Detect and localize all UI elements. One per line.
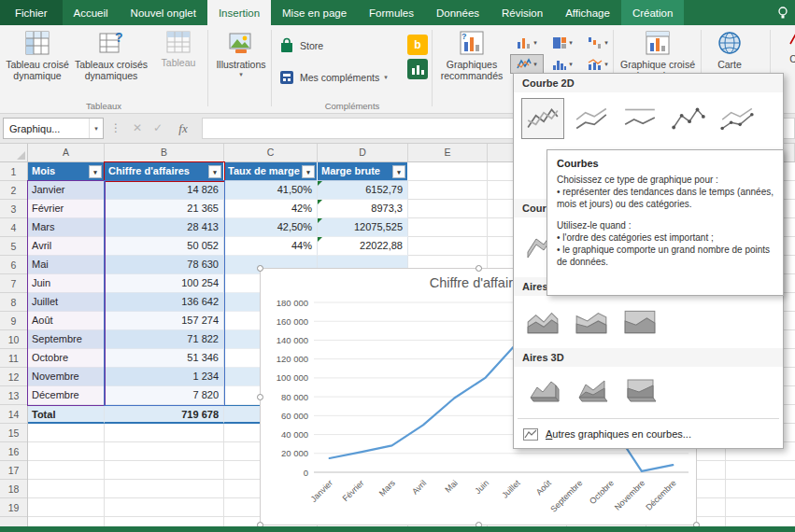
row-header[interactable]: 9	[0, 312, 27, 330]
insert-line-chart-button[interactable]: ▾	[510, 54, 544, 74]
row-header[interactable]: 8	[0, 293, 27, 312]
my-addins-button[interactable]: Mes compléments ▾	[278, 66, 388, 89]
row-header[interactable]: 7	[0, 274, 27, 293]
row-header[interactable]: 17	[0, 461, 27, 480]
cell-revenue[interactable]: 50 052	[105, 237, 224, 256]
cell-a1[interactable]: Mois▾	[28, 162, 105, 181]
cell-month[interactable]: Mars	[28, 218, 105, 237]
chart-resize-handle[interactable]	[257, 394, 263, 400]
row-header[interactable]: 11	[0, 349, 27, 368]
cell-month[interactable]: Août	[28, 312, 105, 330]
store-button[interactable]: Store	[278, 35, 323, 57]
row-header[interactable]: 6	[0, 256, 27, 274]
cell-revenue[interactable]: 21 365	[105, 200, 224, 218]
row-header[interactable]: 10	[0, 330, 27, 349]
cell-month[interactable]: Octobre	[28, 349, 105, 368]
row-header[interactable]: 4	[0, 218, 27, 237]
cell-month[interactable]: Février	[28, 200, 105, 218]
table-button[interactable]: Tableau	[151, 28, 206, 68]
row-header[interactable]: 3	[0, 200, 27, 218]
cell-c1[interactable]: Taux de marge▾	[224, 162, 318, 181]
chart-resize-handle[interactable]	[257, 265, 263, 272]
cell-month[interactable]: Juillet	[28, 293, 105, 312]
row-header[interactable]: 14	[0, 405, 27, 424]
cell-revenue[interactable]: 136 642	[105, 293, 224, 312]
gallery-item-aires-3d-100[interactable]	[618, 371, 661, 410]
tab-mise-en-page[interactable]: Mise en page	[271, 0, 358, 25]
select-all-corner[interactable]	[0, 144, 28, 161]
cell-revenue[interactable]: 14 826	[105, 181, 224, 200]
cell-month[interactable]: Novembre	[28, 368, 105, 386]
people-graph-addin-icon[interactable]	[407, 59, 428, 79]
row-header[interactable]: 15	[0, 424, 27, 442]
cell-month[interactable]: Avril	[28, 237, 105, 256]
tab-accueil[interactable]: Accueil	[63, 0, 120, 25]
tab-creation[interactable]: Création	[621, 0, 684, 25]
gallery-item-courbe-100-empilee[interactable]	[618, 98, 661, 139]
cell-gross-margin[interactable]: 22022,88	[318, 237, 408, 256]
cell-revenue[interactable]: 71 822	[105, 330, 224, 349]
cell-gross-margin[interactable]: 12075,525	[318, 218, 408, 237]
pivot-table-button[interactable]: Tableau croisé dynamique	[4, 28, 71, 81]
name-box[interactable]: Graphiqu... ▾	[3, 118, 104, 139]
gallery-item-courbe[interactable]	[521, 98, 564, 139]
cell-revenue[interactable]: 51 346	[105, 349, 224, 368]
gallery-item-aires-3d[interactable]	[521, 371, 564, 410]
gallery-item-courbe-empilee[interactable]	[570, 98, 613, 139]
illustrations-button[interactable]: Illustrations ▾	[213, 28, 269, 78]
row-header[interactable]: 16	[0, 442, 27, 461]
insert-waterfall-chart-button[interactable]: ▾	[581, 33, 615, 52]
tab-formules[interactable]: Formules	[358, 0, 425, 25]
cell-b1[interactable]: Chiffre d'affaires▾	[105, 162, 224, 181]
gallery-item-aires-3d-empilees[interactable]	[570, 371, 613, 410]
cell-margin-rate[interactable]: 42,50%	[224, 218, 318, 237]
cell-total-value[interactable]: 719 678	[105, 405, 224, 424]
cell-gross-margin[interactable]: 6152,79	[318, 181, 408, 200]
column-header-c[interactable]: C	[224, 144, 318, 161]
cell-revenue[interactable]: 28 413	[105, 218, 224, 237]
cancel-icon[interactable]: ✕	[129, 119, 146, 138]
row-header[interactable]: 12	[0, 368, 27, 386]
cell-revenue[interactable]: 7 820	[105, 386, 224, 405]
sparkline-group-partial[interactable]: Cou	[775, 28, 795, 64]
cell-revenue[interactable]: 100 254	[105, 274, 224, 293]
insert-column-chart-button[interactable]: ▾	[510, 33, 544, 52]
bing-maps-addin-icon[interactable]: b	[407, 35, 428, 55]
column-header-d[interactable]: D	[318, 144, 408, 161]
cell-revenue[interactable]: 157 274	[105, 312, 224, 330]
cell-margin-rate[interactable]: 42%	[224, 200, 318, 218]
gallery-item-courbe-empilee-avec-marques[interactable]	[716, 98, 759, 139]
filter-dropdown-icon[interactable]: ▾	[302, 165, 315, 178]
tab-insertion[interactable]: Insertion	[207, 0, 271, 25]
tell-me-lightbulb-icon[interactable]	[774, 0, 791, 25]
gallery-item-aires[interactable]	[521, 301, 564, 343]
row-header[interactable]: 1	[0, 162, 27, 181]
cell-month[interactable]: Septembre	[28, 330, 105, 349]
cell-month[interactable]: Mai	[28, 256, 105, 274]
cell-revenue[interactable]: 1 234	[105, 368, 224, 386]
cell-margin-rate[interactable]: 44%	[224, 237, 318, 256]
cell-d1[interactable]: Marge brute▾	[318, 162, 408, 181]
filter-dropdown-icon[interactable]: ▾	[208, 165, 221, 178]
filter-dropdown-icon[interactable]: ▾	[89, 165, 102, 178]
gallery-item-aires-100-empilees[interactable]	[618, 301, 661, 343]
cell-margin-rate[interactable]: 41,50%	[224, 181, 318, 200]
chevron-down-icon[interactable]: ▾	[89, 119, 103, 138]
more-line-charts-menu-item[interactable]: Autres graphiques en courbes...	[514, 423, 783, 445]
tab-affichage[interactable]: Affichage	[554, 0, 621, 25]
tab-nouvel-onglet[interactable]: Nouvel onglet	[120, 0, 207, 25]
insert-combo-chart-button[interactable]: ▾	[581, 54, 615, 74]
filter-dropdown-icon[interactable]: ▾	[392, 165, 405, 178]
row-header[interactable]: 5	[0, 237, 27, 256]
insert-statistic-chart-button[interactable]: ▾	[546, 54, 579, 74]
recommended-charts-button[interactable]: ? Graphiques recommandés	[437, 28, 506, 81]
tab-fichier[interactable]: Fichier	[0, 0, 63, 25]
cell-gross-margin[interactable]: 8973,3	[318, 200, 408, 218]
row-header[interactable]: 18	[0, 480, 27, 498]
column-header-e[interactable]: E	[408, 144, 488, 161]
enter-icon[interactable]: ✓	[149, 119, 166, 138]
recommended-pivot-tables-button[interactable]: ? Tableaux croisés dynamiques	[73, 28, 149, 81]
gallery-item-aires-empilees[interactable]	[570, 301, 613, 343]
formula-bar-drag-handle[interactable]: ⋮	[110, 121, 121, 134]
insert-hierarchy-chart-button[interactable]: ▾	[546, 33, 579, 52]
